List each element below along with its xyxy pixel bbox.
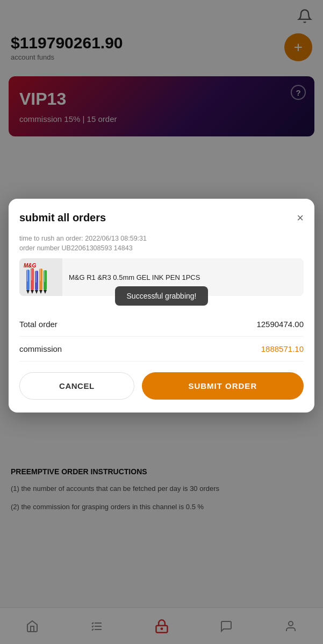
svg-rect-11 (44, 270, 47, 290)
total-order-value: 12590474.00 (256, 320, 304, 329)
svg-rect-9 (35, 271, 38, 290)
commission-row: commission 1888571.10 (19, 337, 304, 361)
time-label: time to rush an order: (19, 235, 83, 242)
order-number-value: UB22061308593 14843 (62, 244, 133, 252)
svg-marker-12 (26, 290, 30, 294)
time-info: time to rush an order: 2022/06/13 08:59:… (19, 235, 304, 242)
success-toast: Successful grabbing! (115, 286, 209, 306)
svg-rect-10 (39, 269, 42, 290)
svg-text:M&G: M&G (24, 263, 37, 269)
svg-marker-16 (44, 290, 47, 294)
submit-orders-modal: submit all orders × time to rush an orde… (9, 199, 314, 413)
product-name: M&G R1 &R3 0.5mm GEL INK PEN 1PCS (62, 273, 304, 281)
commission-value: 1888571.10 (261, 344, 304, 353)
modal-actions: CANCEL SUBMIT ORDER (19, 372, 304, 400)
svg-rect-8 (31, 268, 34, 290)
product-image-svg: M&G (21, 260, 61, 295)
cancel-button[interactable]: CANCEL (19, 372, 134, 400)
modal-title: submit all orders (19, 212, 106, 224)
svg-marker-15 (39, 290, 42, 294)
total-order-label: Total order (19, 320, 58, 329)
time-value: 2022/06/13 08:59:31 (85, 235, 147, 242)
svg-marker-13 (31, 290, 34, 294)
modal-close-button[interactable]: × (297, 212, 304, 224)
total-order-row: Total order 12590474.00 (19, 312, 304, 337)
modal-header: submit all orders × (19, 212, 304, 224)
svg-rect-7 (26, 270, 30, 290)
order-number-label: order number (19, 244, 60, 252)
svg-marker-14 (35, 290, 38, 294)
product-image: M&G (19, 258, 62, 296)
commission-label: commission (19, 344, 62, 353)
order-number-info: order number UB22061308593 14843 (19, 244, 304, 252)
submit-order-button[interactable]: SUBMIT ORDER (142, 372, 304, 400)
